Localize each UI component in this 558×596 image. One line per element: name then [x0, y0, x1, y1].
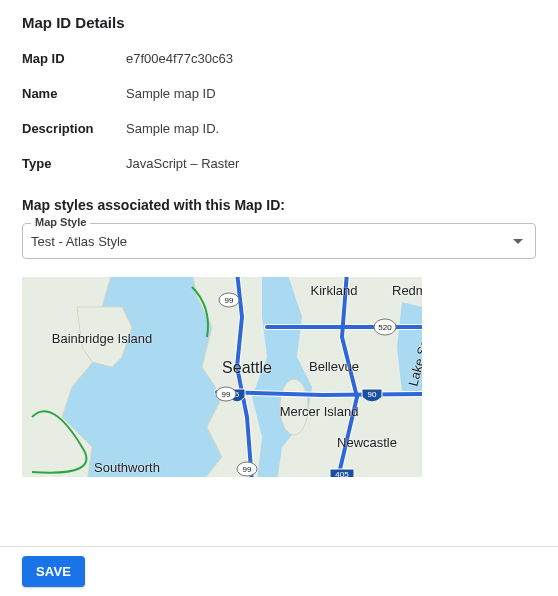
- label-southworth: Southworth: [94, 460, 160, 475]
- shield-i90: 90: [368, 390, 377, 399]
- label-kirkland: Kirkland: [311, 283, 358, 298]
- detail-row-type: Type JavaScript – Raster: [22, 156, 536, 171]
- shield-i405: 405: [335, 470, 349, 477]
- label-bainbridge: Bainbridge Island: [52, 331, 152, 346]
- detail-row-map-id: Map ID e7f00e4f77c30c63: [22, 51, 536, 66]
- styles-heading: Map styles associated with this Map ID:: [22, 197, 536, 213]
- value-description: Sample map ID.: [126, 121, 219, 136]
- select-label: Map Style: [31, 216, 90, 228]
- value-type: JavaScript – Raster: [126, 156, 239, 171]
- shield-99c: 99: [243, 465, 252, 474]
- detail-row-description: Description Sample map ID.: [22, 121, 536, 136]
- label-seattle: Seattle: [222, 359, 272, 376]
- shield-99a: 99: [225, 296, 234, 305]
- shield-99b: 99: [222, 390, 231, 399]
- label-bellevue: Bellevue: [309, 359, 359, 374]
- map-style-select[interactable]: Map Style Test - Atlas Style: [22, 223, 536, 259]
- chevron-down-icon: [513, 239, 523, 244]
- label-newcastle: Newcastle: [337, 435, 397, 450]
- value-map-id: e7f00e4f77c30c63: [126, 51, 233, 66]
- label-map-id: Map ID: [22, 51, 126, 66]
- label-description: Description: [22, 121, 126, 136]
- save-button[interactable]: SAVE: [22, 556, 85, 587]
- map-preview: 5 90 405 520 99 99: [22, 277, 422, 477]
- shield-520: 520: [378, 323, 392, 332]
- label-name: Name: [22, 86, 126, 101]
- value-name: Sample map ID: [126, 86, 216, 101]
- label-mercer: Mercer Island: [280, 404, 359, 419]
- page-title: Map ID Details: [22, 14, 536, 31]
- label-type: Type: [22, 156, 126, 171]
- select-value: Test - Atlas Style: [31, 234, 513, 249]
- footer-bar: SAVE: [0, 546, 558, 596]
- detail-row-name: Name Sample map ID: [22, 86, 536, 101]
- label-redmond: Redmond: [392, 283, 422, 298]
